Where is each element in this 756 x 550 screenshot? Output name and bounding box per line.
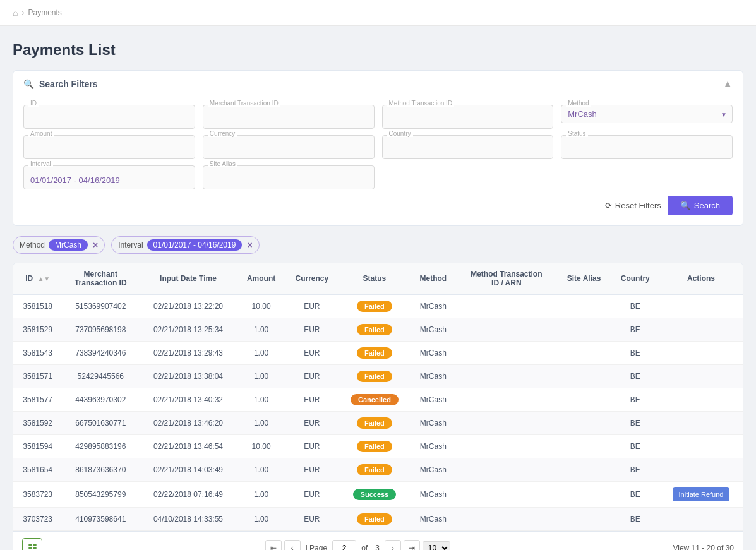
col-amount: Amount <box>237 263 285 294</box>
page-input[interactable] <box>332 540 356 550</box>
cell-merchant-tx: 443963970302 <box>62 388 139 412</box>
cell-method-tx <box>456 508 557 531</box>
table-row: 3581594 429895883196 02/21/2018 13:46:54… <box>13 435 743 458</box>
filters-actions: ⟳ Reset Filters 🔍 Search <box>23 196 733 215</box>
cell-id: 3581518 <box>13 294 62 318</box>
status-badge: Failed <box>357 464 392 475</box>
search-panel: 🔍 Search Filters ▲ ID Merchant Transacti… <box>13 70 743 226</box>
cell-status: Failed <box>339 365 410 388</box>
collapse-icon[interactable]: ▲ <box>723 78 733 90</box>
excel-export-button[interactable]: ☷ <box>22 538 42 550</box>
cell-country: BE <box>611 294 659 318</box>
site-alias-field: Site Alias <box>203 165 375 189</box>
reset-icon: ⟳ <box>605 201 612 210</box>
cell-site-alias <box>557 435 611 458</box>
filter-tag-interval: Interval 01/01/2017 - 04/16/2019 × <box>111 236 259 254</box>
site-alias-input[interactable] <box>203 165 375 189</box>
col-site-alias: Site Alias <box>557 263 611 294</box>
cell-currency: EUR <box>285 508 339 531</box>
page-wrapper: ⌂ › Payments Payments List 🔍 Search Filt… <box>0 0 756 550</box>
col-merchant-tx: MerchantTransaction ID <box>62 263 139 294</box>
cell-amount: 1.00 <box>237 412 285 435</box>
cell-id: 3581577 <box>13 388 62 412</box>
cell-actions: Initiate Refund <box>659 482 743 508</box>
cell-method: MrCash <box>411 508 456 531</box>
interval-field: Interval 01/01/2017 - 04/16/2019 <box>23 165 195 189</box>
cell-merchant-tx: 410973598641 <box>62 508 139 531</box>
cell-currency: EUR <box>285 435 339 458</box>
reset-filters-button[interactable]: ⟳ Reset Filters <box>605 201 661 210</box>
search-button[interactable]: 🔍 Search <box>668 196 733 215</box>
col-date: Input Date Time <box>139 263 237 294</box>
cell-amount: 1.00 <box>237 458 285 482</box>
cell-date: 02/21/2018 13:22:20 <box>139 294 237 318</box>
interval-value: 01/01/2017 - 04/16/2019 <box>30 176 120 185</box>
cell-site-alias <box>557 508 611 531</box>
cell-currency: EUR <box>285 388 339 412</box>
country-input[interactable] <box>382 135 554 159</box>
search-panel-header-left: 🔍 Search Filters <box>23 79 98 89</box>
col-status: Status <box>339 263 410 294</box>
method-field: Method MrCash ▼ <box>561 105 733 129</box>
cell-country: BE <box>611 482 659 508</box>
interval-input[interactable]: 01/01/2017 - 04/16/2019 <box>23 165 195 189</box>
search-icon: 🔍 <box>23 79 34 89</box>
filters-row-3: Interval 01/01/2017 - 04/16/2019 Site Al… <box>23 165 733 189</box>
cell-merchant-tx: 850543295799 <box>62 482 139 508</box>
cell-actions <box>659 294 743 318</box>
col-country: Country <box>611 263 659 294</box>
cell-site-alias <box>557 458 611 482</box>
filter-tag-interval-close[interactable]: × <box>247 240 252 250</box>
cell-method-tx <box>456 318 557 342</box>
filter-tag-method-close[interactable]: × <box>93 240 98 250</box>
cell-status: Failed <box>339 458 410 482</box>
cell-merchant-tx: 515369907402 <box>62 294 139 318</box>
cell-amount: 10.00 <box>237 294 285 318</box>
cell-country: BE <box>611 508 659 531</box>
col-method-tx: Method TransactionID / ARN <box>456 263 557 294</box>
pagination: ⇤ ‹ | Page of 3 › ⇥ 10 25 50 <box>265 540 450 550</box>
prev-page-button[interactable]: ‹ <box>284 540 301 550</box>
method-tx-input[interactable] <box>382 105 554 129</box>
per-page-select: 10 25 50 <box>423 541 450 550</box>
cell-currency: EUR <box>285 294 339 318</box>
cell-amount: 1.00 <box>237 482 285 508</box>
status-badge: Failed <box>357 371 392 382</box>
cell-date: 02/22/2018 07:16:49 <box>139 482 237 508</box>
table-row: 3581592 667501630771 02/21/2018 13:46:20… <box>13 412 743 435</box>
method-tx-label: Method Transaction ID <box>387 100 455 107</box>
currency-field: Currency <box>203 135 375 159</box>
col-id[interactable]: ID ▲▼ <box>13 263 62 294</box>
first-page-button[interactable]: ⇤ <box>265 540 282 550</box>
search-panel-toggle[interactable]: 🔍 Search Filters ▲ <box>13 71 743 97</box>
initiate-refund-button[interactable]: Initiate Refund <box>673 487 730 501</box>
id-input[interactable] <box>23 105 195 129</box>
cell-site-alias <box>557 318 611 342</box>
cell-date: 02/21/2018 13:25:34 <box>139 318 237 342</box>
cell-method: MrCash <box>411 458 456 482</box>
cell-status: Failed <box>339 412 410 435</box>
cell-merchant-tx: 738394240346 <box>62 342 139 365</box>
last-page-button[interactable]: ⇥ <box>404 540 420 550</box>
cell-amount: 10.00 <box>237 435 285 458</box>
amount-input[interactable] <box>23 135 195 159</box>
cell-id: 3581543 <box>13 342 62 365</box>
method-select[interactable]: MrCash ▼ <box>561 105 733 123</box>
reset-label: Reset Filters <box>615 201 661 210</box>
cell-method: MrCash <box>411 435 456 458</box>
cell-date: 02/21/2018 13:46:20 <box>139 412 237 435</box>
cell-date: 02/21/2018 13:29:43 <box>139 342 237 365</box>
cell-amount: 1.00 <box>237 508 285 531</box>
method-label: Method <box>566 100 591 107</box>
merchant-tx-input[interactable] <box>203 105 375 129</box>
next-page-button[interactable]: › <box>385 540 401 550</box>
cell-id: 3703723 <box>13 508 62 531</box>
cell-country: BE <box>611 318 659 342</box>
status-badge: Failed <box>357 324 392 335</box>
cell-country: BE <box>611 342 659 365</box>
status-input[interactable] <box>561 135 733 159</box>
home-icon[interactable]: ⌂ <box>13 8 18 18</box>
per-page-dropdown[interactable]: 10 25 50 <box>423 541 450 550</box>
cell-method: MrCash <box>411 318 456 342</box>
currency-input[interactable] <box>203 135 375 159</box>
